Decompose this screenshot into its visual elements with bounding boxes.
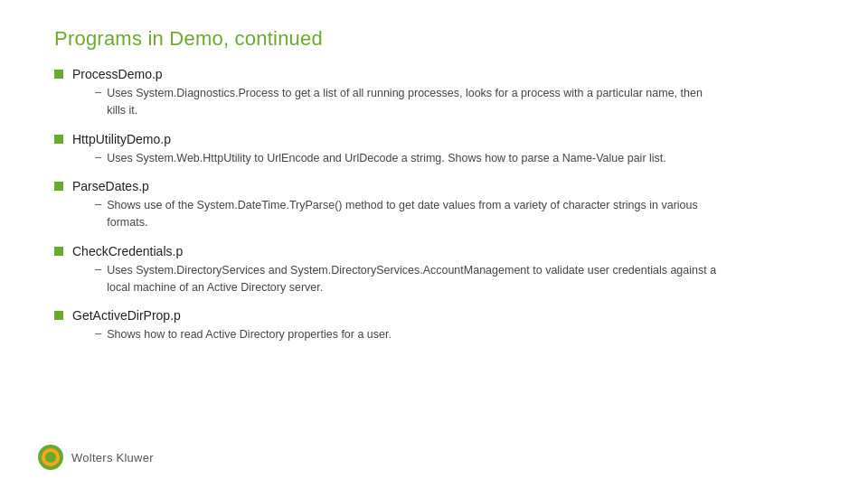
wk-logo: Wolters Kluwer [36,443,154,472]
slide-container: Programs in Demo, continued ProcessDemo.… [0,0,868,488]
main-label-4: CheckCredentials.p [72,244,183,258]
bullet-square-icon-2 [54,135,63,144]
dash-icon-3: – [95,197,101,211]
bullet-sub-2: – Uses System.Web.HttpUtility to UrlEnco… [95,150,814,167]
bullet-main-1: ProcessDemo.p [54,67,814,81]
bullet-main-2: HttpUtilityDemo.p [54,132,814,146]
wk-company-name: Wolters Kluwer [71,451,154,465]
svg-point-2 [45,452,56,463]
sub-text-3: Shows use of the System.DateTime.TryPars… [107,197,722,231]
dash-icon-5: – [95,326,101,340]
bullet-square-icon-3 [54,182,63,191]
bullet-square-icon-5 [54,311,63,320]
bullet-sub-3: – Shows use of the System.DateTime.TryPa… [95,197,814,231]
wk-logo-icon [36,443,65,472]
sub-text-5: Shows how to read Active Directory prope… [107,326,392,343]
sub-text-1: Uses System.Diagnostics.Process to get a… [107,85,722,119]
slide-title: Programs in Demo, continued [54,27,814,51]
main-label-2: HttpUtilityDemo.p [72,132,171,146]
footer: Wolters Kluwer [36,443,154,472]
main-label-3: ParseDates.p [72,179,149,193]
main-label-1: ProcessDemo.p [72,67,163,81]
section-4: CheckCredentials.p – Uses System.Directo… [54,244,814,296]
sub-text-2: Uses System.Web.HttpUtility to UrlEncode… [107,150,666,167]
section-1: ProcessDemo.p – Uses System.Diagnostics.… [54,67,814,119]
bullet-main-4: CheckCredentials.p [54,244,814,258]
bullet-main-3: ParseDates.p [54,179,814,193]
section-2: HttpUtilityDemo.p – Uses System.Web.Http… [54,132,814,167]
dash-icon-1: – [95,85,101,99]
dash-icon-4: – [95,262,101,276]
bullet-square-icon-4 [54,247,63,256]
bullet-main-5: GetActiveDirProp.p [54,308,814,323]
bullet-sub-1: – Uses System.Diagnostics.Process to get… [95,85,814,119]
dash-icon-2: – [95,150,101,164]
sub-text-4: Uses System.DirectoryServices and System… [107,262,722,296]
section-5: GetActiveDirProp.p – Shows how to read A… [54,308,814,343]
bullet-sub-4: – Uses System.DirectoryServices and Syst… [95,262,814,296]
bullet-sub-5: – Shows how to read Active Directory pro… [95,326,814,343]
bullet-square-icon [54,70,63,79]
main-label-5: GetActiveDirProp.p [72,308,181,323]
section-3: ParseDates.p – Shows use of the System.D… [54,179,814,231]
